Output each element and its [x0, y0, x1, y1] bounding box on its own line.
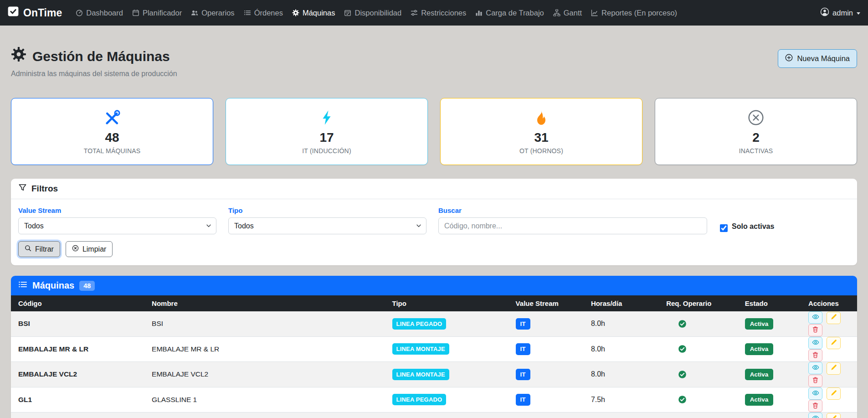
delete-button[interactable]	[808, 324, 822, 336]
value-stream-label: Value Stream	[18, 206, 216, 214]
value-stream-badge: IT	[516, 394, 530, 406]
value-stream-select[interactable]: Todos	[18, 217, 216, 234]
tipo-badge: LINEA MONTAJE	[392, 369, 449, 380]
nav-item-carga-de-trabajo[interactable]: Carga de Trabajo	[471, 5, 549, 21]
col-acciones: Acciones	[803, 295, 857, 311]
hours-per-day: 7.5h	[586, 413, 661, 418]
nav-item-ordenes[interactable]: Órdenes	[239, 5, 288, 21]
col-req-operario: Req. Operario	[661, 295, 740, 311]
trash-icon	[812, 326, 819, 334]
tipo-label: Tipo	[228, 206, 426, 214]
caret-down-icon	[856, 9, 861, 17]
edit-button[interactable]	[827, 362, 841, 375]
edit-button[interactable]	[827, 337, 841, 349]
delete-button[interactable]	[808, 349, 822, 361]
bar-chart-icon	[475, 9, 483, 16]
top-navbar: OnTime Dashboard Planificador Operarios …	[0, 0, 868, 26]
col-codigo: Código	[11, 295, 146, 311]
stat-value: 17	[231, 130, 423, 145]
nav-label: Reportes (En porceso)	[601, 9, 677, 17]
funnel-icon	[18, 183, 27, 194]
machine-code: GL2	[11, 413, 146, 418]
stat-value: 48	[16, 130, 208, 145]
operator-required-icon	[678, 345, 687, 353]
table-row: GL2 GLASSLINE 2 LINEA PEGADO IT 7.5h Act…	[11, 413, 857, 418]
nav-item-reportes[interactable]: Reportes (En porceso)	[586, 5, 682, 21]
view-button[interactable]	[808, 337, 822, 349]
nav-item-restricciones[interactable]: Restricciones	[406, 5, 471, 21]
graph-up-icon	[591, 9, 598, 16]
stat-label: INACTIVAS	[660, 147, 852, 155]
brand-label: OnTime	[23, 7, 62, 19]
filtrar-button[interactable]: Filtrar	[18, 241, 60, 257]
limpiar-button[interactable]: Limpiar	[66, 241, 113, 257]
nav-label: Gantt	[564, 9, 582, 17]
table-header-row: Código Nombre Tipo Value Stream Horas/dí…	[11, 295, 857, 311]
plus-circle-icon	[785, 54, 793, 63]
calendar-check-icon	[344, 9, 351, 16]
filtrar-label: Filtrar	[35, 245, 54, 253]
stat-label: IT (INDUCCIÓN)	[231, 147, 423, 155]
machine-code: EMBALAJE MR & LR	[11, 336, 146, 362]
view-button[interactable]	[808, 311, 822, 324]
stat-card-total: 48 TOTAL MÁQUINAS	[11, 98, 213, 165]
tipo-badge: LINEA PEGADO	[392, 394, 447, 405]
machines-card-header: Máquinas 48	[11, 276, 857, 295]
edit-button[interactable]	[827, 312, 841, 324]
view-button[interactable]	[808, 387, 822, 400]
search-input[interactable]	[438, 217, 707, 234]
status-badge: Activa	[745, 343, 774, 355]
edit-button[interactable]	[827, 387, 841, 400]
col-value-stream: Value Stream	[510, 295, 586, 311]
col-estado: Estado	[740, 295, 803, 311]
count-badge: 48	[79, 281, 95, 291]
value-stream-badge: IT	[516, 343, 530, 355]
nav-links: Dashboard Planificador Operarios Órdenes…	[71, 5, 820, 21]
eye-icon	[812, 313, 819, 322]
machine-name: EMBALAJE VCL2	[146, 362, 386, 387]
filters-title: Filtros	[31, 184, 58, 194]
tipo-badge: LINEA PEGADO	[392, 318, 447, 330]
col-tipo: Tipo	[387, 295, 510, 311]
user-menu[interactable]: admin	[820, 7, 861, 18]
nav-item-maquinas[interactable]: Máquinas	[288, 5, 340, 21]
trash-icon	[812, 351, 819, 360]
pencil-icon	[830, 314, 837, 322]
machine-code: GL1	[11, 387, 146, 413]
nav-item-disponibilidad[interactable]: Disponibilidad	[339, 5, 406, 21]
delete-button[interactable]	[808, 400, 822, 412]
nav-item-gantt[interactable]: Gantt	[549, 5, 586, 21]
machine-name: GLASSLINE 1	[146, 387, 386, 413]
nav-label: Máquinas	[303, 9, 335, 17]
eye-icon	[812, 389, 819, 398]
list-icon	[244, 9, 251, 16]
search-icon	[25, 245, 31, 253]
lightning-icon	[231, 109, 423, 128]
solo-activas-checkbox[interactable]	[720, 224, 728, 232]
calendar-check-logo-icon	[7, 5, 19, 20]
hours-per-day: 8.0h	[586, 311, 661, 336]
nav-item-planificador[interactable]: Planificador	[128, 5, 186, 21]
col-horas: Horas/día	[586, 295, 661, 311]
brand[interactable]: OnTime	[7, 5, 62, 20]
machines-title: Máquinas	[32, 280, 74, 291]
operator-required-icon	[678, 395, 687, 404]
view-button[interactable]	[808, 413, 822, 418]
delete-button[interactable]	[808, 375, 822, 387]
machine-code: BSI	[11, 311, 146, 336]
page-subtitle: Administra las máquinas del sistema de p…	[11, 70, 177, 78]
calendar-icon	[132, 9, 139, 16]
tipo-select[interactable]: Todos	[228, 217, 426, 234]
eye-icon	[812, 339, 819, 347]
edit-button[interactable]	[827, 413, 841, 418]
nav-item-operarios[interactable]: Operarios	[186, 5, 239, 21]
view-button[interactable]	[808, 362, 822, 374]
new-machine-button[interactable]: Nueva Máquina	[778, 49, 857, 68]
sliders-icon	[411, 9, 418, 16]
machines-table: Código Nombre Tipo Value Stream Horas/dí…	[11, 295, 857, 418]
stat-card-ot: 31 OT (HORNOS)	[440, 98, 642, 165]
nav-item-dashboard[interactable]: Dashboard	[71, 5, 128, 21]
table-row: EMBALAJE VCL2 EMBALAJE VCL2 LINEA MONTAJ…	[11, 362, 857, 387]
page-header: Gestión de Máquinas Administra las máqui…	[11, 46, 857, 78]
page-title: Gestión de Máquinas	[11, 46, 177, 66]
